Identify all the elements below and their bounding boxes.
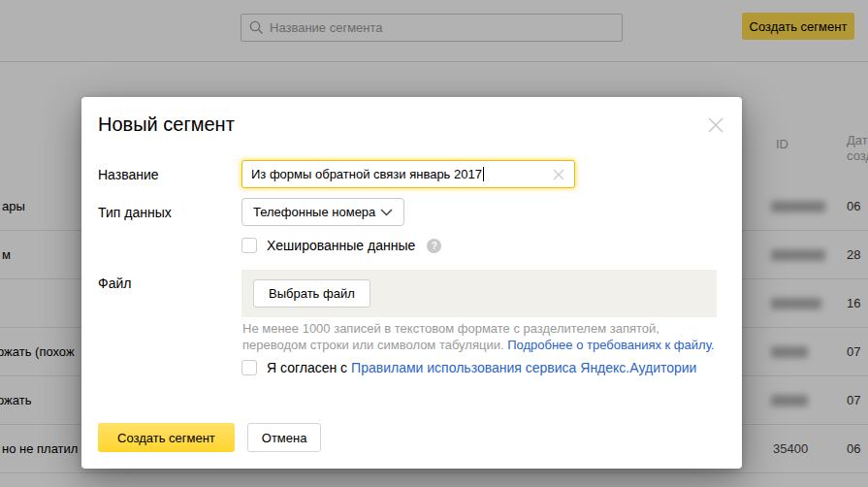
data-type-selected-value: Телефонные номера (253, 205, 375, 219)
hint-line-1: Не менее 1000 записей в текстовом формат… (242, 320, 714, 337)
file-requirements-link[interactable]: Подробнее о требованиях к файлу. (507, 338, 714, 352)
file-requirements-hint: Не менее 1000 записей в текстовом формат… (242, 320, 714, 353)
cancel-button[interactable]: Отмена (247, 423, 322, 452)
create-segment-submit-button[interactable]: Создать сегмент (98, 423, 235, 452)
name-field-label: Название (98, 167, 159, 182)
segment-name-input[interactable]: Из формы обратной связи январь 2017 (241, 160, 575, 188)
dialog-actions: Создать сегмент Отмена (98, 423, 321, 452)
hashed-data-row: Хешированные данные ? (241, 238, 441, 253)
hint-line-2: переводом строки или символом табуляции.… (242, 337, 714, 353)
hint-line-2-text: переводом строки или символом табуляции. (242, 338, 504, 352)
file-upload-panel: Выбрать файл (241, 270, 717, 317)
type-field-label: Тип данных (98, 205, 172, 220)
choose-file-button[interactable]: Выбрать файл (253, 279, 370, 308)
help-icon[interactable]: ? (427, 239, 441, 253)
agreement-checkbox[interactable] (241, 360, 257, 375)
segment-name-value: Из формы обратной связи январь 2017 (251, 167, 482, 181)
dialog-title: Новый сегмент (98, 114, 235, 136)
hashed-data-checkbox[interactable] (241, 238, 257, 253)
data-type-select[interactable]: Телефонные номера (241, 198, 404, 226)
file-field-label: Файл (98, 276, 131, 291)
agreement-text: Я согласен с (267, 360, 347, 375)
text-cursor (483, 167, 484, 181)
clear-input-icon[interactable] (552, 168, 565, 181)
terms-of-service-link[interactable]: Правилами использования сервиса Яндекс.А… (351, 360, 696, 375)
close-icon[interactable] (707, 116, 724, 134)
chevron-down-icon (380, 209, 393, 216)
agreement-row: Я согласен с Правилами использования сер… (241, 360, 696, 375)
new-segment-dialog: Новый сегмент Название Из формы обратной… (81, 97, 742, 469)
hashed-data-label: Хешированные данные (267, 238, 415, 253)
app-window: Создать сегмент ID Дата создания ары 06 … (0, 0, 868, 487)
